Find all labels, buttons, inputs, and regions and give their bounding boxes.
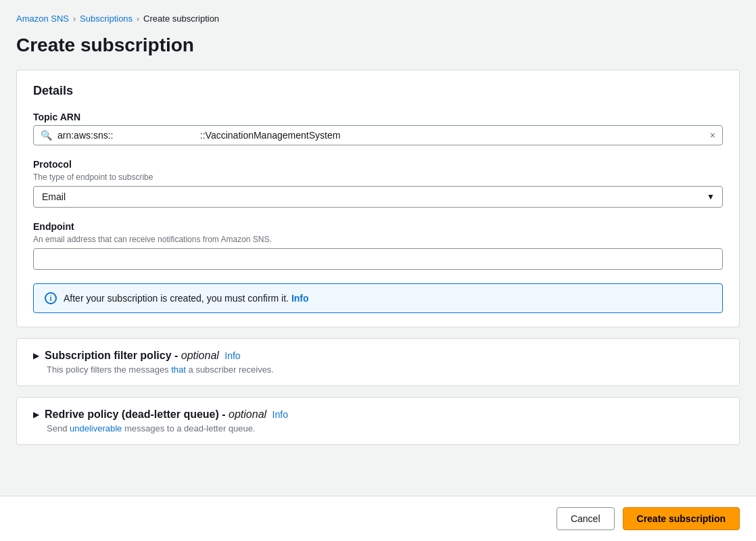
redrive-policy-subtitle: Send undeliverable messages to a dead-le… [47,423,723,433]
info-banner-text: After your subscription is created, you … [64,293,309,304]
protocol-group: Protocol The type of endpoint to subscri… [33,159,723,208]
search-icon: 🔍 [41,130,52,141]
filter-policy-info-link[interactable]: Info [225,350,240,361]
filter-policy-header[interactable]: ▶ Subscription filter policy - optional … [33,350,723,362]
footer-bar: Cancel Create subscription [0,496,756,541]
redrive-policy-card: ▶ Redrive policy (dead-letter queue) - o… [16,397,740,445]
topic-arn-input-wrapper[interactable]: 🔍 × [33,125,723,145]
expand-icon-redrive: ▶ [33,410,39,419]
info-banner-link[interactable]: Info [291,293,309,304]
details-card-title: Details [33,84,723,98]
info-banner: i After your subscription is created, yo… [33,283,723,313]
topic-arn-group: Topic ARN 🔍 × [33,112,723,145]
cancel-button[interactable]: Cancel [557,507,615,530]
endpoint-sublabel: An email address that can receive notifi… [33,235,723,244]
info-icon: i [45,292,57,304]
breadcrumb-sns-link[interactable]: Amazon SNS [16,14,69,24]
redrive-policy-link[interactable]: undeliverable [70,423,122,433]
protocol-select[interactable]: Email Email-JSON HTTP HTTPS SQS Lambda F… [33,186,723,208]
redrive-policy-info-link[interactable]: Info [273,409,288,420]
protocol-select-wrapper: Email Email-JSON HTTP HTTPS SQS Lambda F… [33,186,723,208]
filter-policy-title: Subscription filter policy - optional In… [45,350,241,362]
filter-policy-link[interactable]: that [171,364,186,375]
breadcrumb: Amazon SNS › Subscriptions › Create subs… [16,14,740,24]
topic-arn-input[interactable] [57,130,705,141]
details-card: Details Topic ARN 🔍 × Protocol The type … [16,70,740,327]
filter-policy-subtitle: This policy filters the messages that a … [47,364,723,375]
page-title: Create subscription [16,34,740,56]
breadcrumb-sep-2: › [137,14,139,24]
expand-icon-filter: ▶ [33,351,39,360]
topic-arn-label: Topic ARN [33,112,723,122]
breadcrumb-current: Create subscription [143,14,219,24]
clear-icon[interactable]: × [710,130,715,141]
endpoint-label: Endpoint [33,221,723,232]
breadcrumb-subscriptions-link[interactable]: Subscriptions [80,14,133,24]
filter-policy-card: ▶ Subscription filter policy - optional … [16,338,740,386]
create-subscription-button[interactable]: Create subscription [623,507,740,530]
endpoint-group: Endpoint An email address that can recei… [33,221,723,270]
redrive-policy-header[interactable]: ▶ Redrive policy (dead-letter queue) - o… [33,408,723,421]
redrive-policy-title: Redrive policy (dead-letter queue) - opt… [45,408,288,421]
protocol-label: Protocol [33,159,723,170]
endpoint-input[interactable] [33,248,723,270]
protocol-sublabel: The type of endpoint to subscribe [33,172,723,182]
breadcrumb-sep-1: › [73,14,76,24]
